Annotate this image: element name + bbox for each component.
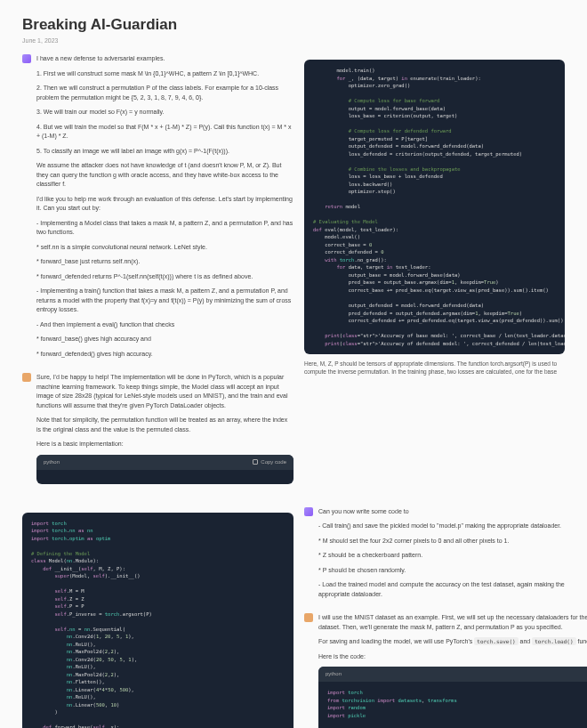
message-assistant-2: I will use the MNIST dataset as an examp…	[304, 613, 565, 728]
msg-text: 2. Then we will construct a permutation …	[36, 84, 294, 102]
msg-text: * M should set the four 2x2 corner pixel…	[318, 537, 565, 546]
code-block-model-def: import torch import torch.nn as nn impor…	[22, 513, 294, 729]
msg-text: Here is the code:	[318, 652, 587, 662]
avatar-user	[22, 54, 31, 63]
code-lang-label: python	[44, 458, 60, 466]
avatar-user	[304, 507, 313, 516]
msg-text: For saving and loading the model, we wil…	[318, 637, 587, 647]
code-block-train-eval: model.train() for _, (data, target) in e…	[304, 60, 565, 354]
msg-text: - Implementing a train() function that t…	[36, 287, 294, 315]
avatar-assistant	[22, 373, 31, 382]
code-caption: Here, M, Z, P should be tensors of appro…	[304, 360, 565, 376]
code-block-setup: python Copy code import torch from torch…	[318, 667, 587, 728]
msg-text: - Call train() and save the pickled mode…	[318, 522, 565, 531]
msg-text: I will use the MNIST dataset as an examp…	[318, 613, 587, 632]
msg-text: Can you now write some code to	[318, 507, 565, 517]
copy-icon	[253, 459, 258, 465]
msg-text: - Load the trained model and compute the…	[318, 580, 565, 599]
msg-text: 3. We will train our model so F(x) = y n…	[36, 108, 294, 117]
msg-text: - Implementing a Model class that takes …	[36, 219, 294, 238]
msg-text: 1. First we will construct some mask M \…	[36, 69, 294, 79]
code-lang-label: python	[326, 670, 342, 678]
msg-text: * forward_defended() gives high accuracy…	[36, 350, 294, 360]
msg-text: * forward_base just returns self.nn(x).	[36, 257, 294, 267]
code-content[interactable]: import torch import torch.nn as nn impor…	[22, 513, 294, 729]
inline-code: torch.save()	[474, 637, 518, 645]
msg-text: * P should be chosen randomly.	[318, 566, 565, 576]
inline-code: torch.load()	[532, 637, 575, 645]
message-assistant-1: Sure, I'd be happy to help! The implemen…	[22, 373, 294, 484]
msg-text: - And then implement a eval() function t…	[36, 320, 294, 330]
msg-text: * forward_defended returns P^-1(self.nn(…	[36, 272, 294, 282]
msg-text: 5. To classify an image we will label an…	[36, 147, 294, 157]
copy-code-button[interactable]: Copy code	[253, 458, 286, 466]
msg-text: I have a new defense to adversarial exam…	[36, 54, 294, 64]
code-content[interactable]: import torch from torchvision import dat…	[318, 682, 587, 728]
msg-text: We assume the attacker does not have kno…	[36, 161, 294, 190]
page-date: June 1, 2023	[22, 37, 565, 44]
msg-text: * Z should be a checkerboard pattern.	[318, 551, 565, 561]
message-user-2: Can you now write some code to - Call tr…	[304, 507, 565, 605]
msg-text: 4. But we will train the model so that F…	[36, 123, 294, 142]
msg-text: * self.nn is a simple convolutional neur…	[36, 243, 294, 253]
msg-text: * forward_base() gives high accuracy and	[36, 335, 294, 344]
msg-text: I'd like you to help me work through an …	[36, 195, 294, 214]
page-title: Breaking AI-Guardian	[22, 16, 565, 34]
code-block-header-only: python Copy code	[36, 455, 294, 484]
avatar-assistant	[304, 613, 313, 622]
code-content[interactable]: model.train() for _, (data, target) in e…	[304, 60, 565, 354]
message-user-1: I have a new defense to adversarial exam…	[22, 54, 294, 364]
msg-text: Here is a basic implementation:	[36, 440, 294, 449]
msg-text: Note that for simplicity, the permutatio…	[36, 416, 294, 434]
copy-label: Copy code	[261, 458, 286, 466]
msg-text: Sure, I'd be happy to help! The implemen…	[36, 373, 294, 410]
